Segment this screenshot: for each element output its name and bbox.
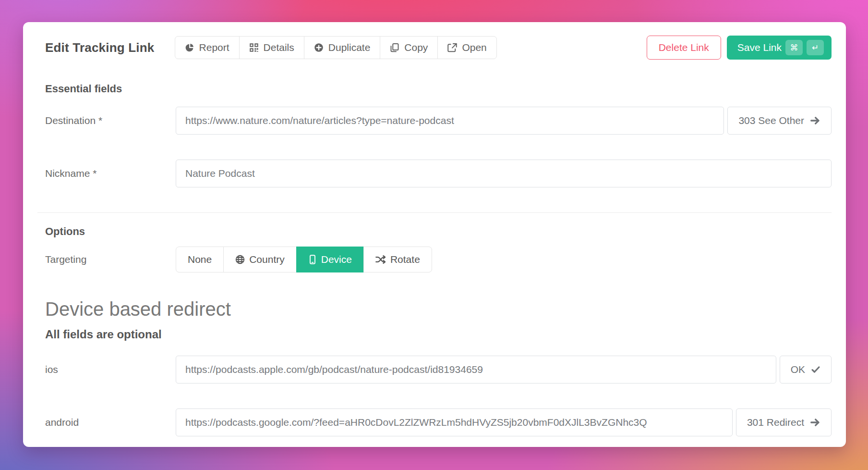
duplicate-button[interactable]: Duplicate: [304, 36, 381, 59]
copy-button-label: Copy: [404, 42, 428, 53]
nickname-input[interactable]: [176, 160, 832, 187]
options-heading: Options: [45, 225, 832, 238]
android-redirect-type-button[interactable]: 301 Redirect: [736, 408, 832, 436]
targeting-device-label: Device: [321, 254, 352, 265]
plus-circle-icon: [314, 43, 324, 52]
details-button-label: Details: [264, 42, 294, 53]
delete-link-button[interactable]: Delete Link: [647, 36, 721, 60]
qr-code-icon: [249, 43, 259, 52]
arrow-right-icon: [810, 417, 820, 428]
ios-status-badge[interactable]: OK: [780, 356, 832, 383]
targeting-row: Targeting None Country Device: [45, 247, 832, 272]
targeting-country-label: Country: [249, 254, 285, 265]
targeting-button-group: None Country Device Rotate: [176, 247, 432, 272]
destination-redirect-type-label: 303 See Other: [738, 115, 804, 126]
targeting-none-button[interactable]: None: [176, 247, 224, 272]
android-redirect-type-label: 301 Redirect: [747, 417, 804, 428]
report-button[interactable]: Report: [175, 36, 240, 59]
link-action-toolbar: Report Details Duplicate Copy: [175, 36, 497, 59]
destination-label: Destination *: [45, 115, 176, 126]
return-key-icon: ↵: [807, 40, 824, 55]
targeting-rotate-label: Rotate: [390, 254, 420, 265]
ios-row: ios OK: [45, 356, 832, 383]
ios-control: OK: [176, 356, 832, 383]
targeting-country-button[interactable]: Country: [223, 247, 297, 272]
report-button-label: Report: [199, 42, 229, 53]
device-redirect-heading: Device based redirect: [45, 298, 832, 320]
external-link-icon: [447, 43, 457, 52]
destination-input[interactable]: [176, 107, 724, 135]
open-button-label: Open: [462, 42, 486, 53]
nickname-label: Nickname *: [45, 168, 176, 179]
targeting-device-button[interactable]: Device: [296, 247, 364, 272]
nickname-row: Nickname *: [45, 160, 832, 187]
section-divider: [37, 212, 832, 213]
destination-control: 303 See Other: [176, 107, 832, 135]
nickname-control: [176, 160, 832, 187]
save-link-button[interactable]: Save Link ⌘ ↵: [727, 36, 832, 60]
edit-tracking-link-card: Edit Tracking Link Report Details Duplic…: [23, 22, 846, 447]
android-url-input[interactable]: [176, 408, 733, 436]
command-key-icon: ⌘: [785, 40, 803, 55]
copy-button[interactable]: Copy: [380, 36, 438, 59]
android-label: android: [45, 417, 176, 428]
save-link-button-label: Save Link: [737, 42, 782, 53]
ios-label: ios: [45, 364, 176, 375]
page-title: Edit Tracking Link: [45, 40, 155, 55]
mobile-icon: [308, 255, 317, 264]
ios-url-input[interactable]: [176, 356, 776, 383]
android-control: 301 Redirect: [176, 408, 832, 436]
globe-icon: [235, 255, 245, 264]
targeting-label: Targeting: [45, 254, 176, 265]
pie-chart-icon: [185, 43, 194, 52]
targeting-rotate-button[interactable]: Rotate: [363, 247, 432, 272]
check-icon: [811, 365, 820, 374]
destination-row: Destination * 303 See Other: [45, 107, 832, 135]
android-row: android 301 Redirect: [45, 408, 832, 436]
shuffle-icon: [375, 255, 386, 264]
copy-icon: [390, 43, 399, 52]
header: Edit Tracking Link Report Details Duplic…: [37, 22, 832, 60]
arrow-right-icon: [810, 115, 820, 126]
details-button[interactable]: Details: [239, 36, 304, 59]
open-button[interactable]: Open: [437, 36, 496, 59]
destination-redirect-type-button[interactable]: 303 See Other: [727, 107, 832, 135]
essential-fields-heading: Essential fields: [45, 83, 832, 95]
targeting-none-label: None: [188, 254, 212, 265]
duplicate-button-label: Duplicate: [328, 42, 371, 53]
device-redirect-subheading: All fields are optional: [45, 328, 832, 341]
ios-status-label: OK: [791, 364, 805, 375]
